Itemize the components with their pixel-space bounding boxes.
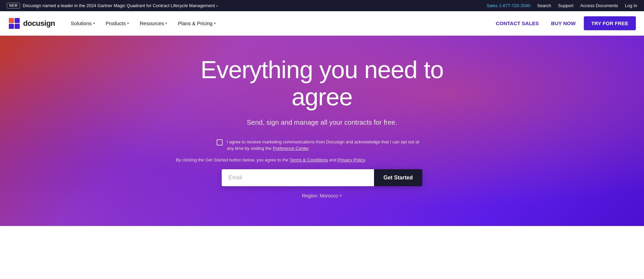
solutions-chevron-icon: ▾	[93, 21, 95, 25]
region-text: Region: Morocco	[302, 193, 338, 198]
svg-rect-3	[9, 24, 14, 29]
region-selector[interactable]: Region: Morocco ∨	[169, 193, 475, 198]
banner-right: Sales 1-877-720-2040 Search Support Acce…	[487, 3, 637, 8]
support-link[interactable]: Support	[558, 3, 574, 8]
terms-conditions-link[interactable]: Terms & Conditions	[290, 157, 328, 162]
terms-text: By clicking the Get Started button below…	[169, 157, 373, 162]
banner-announcement-link[interactable]: Docusign named a leader in the 2024 Gart…	[23, 3, 218, 8]
hero-section: Everything you need to agree Send, sign …	[0, 36, 644, 226]
preference-center-link[interactable]: Preference Center	[273, 146, 309, 151]
products-chevron-icon: ▾	[127, 21, 129, 25]
consent-row: I agree to receive marketing communicati…	[217, 139, 427, 152]
nav-resources[interactable]: Resources ▾	[135, 18, 172, 29]
banner-left: NEW Docusign named a leader in the 2024 …	[7, 3, 218, 8]
privacy-policy-link[interactable]: Privacy Policy	[338, 157, 365, 162]
banner-chevron: ›	[216, 3, 218, 8]
consent-text: I agree to receive marketing communicati…	[227, 139, 427, 152]
hero-content: Everything you need to agree Send, sign …	[169, 56, 475, 198]
search-link[interactable]: Search	[537, 3, 551, 8]
svg-rect-2	[15, 18, 20, 23]
email-input[interactable]	[222, 169, 374, 186]
access-documents-link[interactable]: Access Documents	[580, 3, 618, 8]
nav-actions: CONTACT SALES BUY NOW TRY FOR FREE	[492, 16, 636, 30]
svg-rect-1	[9, 18, 14, 23]
new-badge: NEW	[7, 3, 20, 8]
email-form: Get Started	[222, 169, 422, 186]
nav-plans-pricing[interactable]: Plans & Pricing ▾	[173, 18, 220, 29]
login-link[interactable]: Log In	[625, 3, 637, 8]
hero-subtitle: Send, sign and manage all your contracts…	[169, 119, 475, 126]
top-banner: NEW Docusign named a leader in the 2024 …	[0, 0, 644, 11]
consent-checkbox[interactable]	[217, 139, 223, 145]
phone-link[interactable]: Sales 1-877-720-2040	[487, 3, 530, 8]
buy-now-button[interactable]: BUY NOW	[547, 18, 580, 29]
contact-sales-button[interactable]: CONTACT SALES	[492, 18, 543, 29]
main-nav: docusign Solutions ▾ Products ▾ Resource…	[0, 11, 644, 36]
banner-announcement-text: Docusign named a leader in the 2024 Gart…	[23, 3, 215, 8]
svg-rect-4	[15, 24, 20, 29]
nav-links: Solutions ▾ Products ▾ Resources ▾ Plans…	[66, 18, 492, 29]
nav-solutions[interactable]: Solutions ▾	[66, 18, 100, 29]
resources-chevron-icon: ▾	[165, 21, 167, 25]
docusign-logo-icon	[8, 17, 20, 30]
try-for-free-button[interactable]: TRY FOR FREE	[584, 16, 636, 30]
hero-title: Everything you need to agree	[169, 56, 475, 110]
get-started-button[interactable]: Get Started	[374, 169, 422, 186]
plans-pricing-chevron-icon: ▾	[214, 21, 216, 25]
logo[interactable]: docusign	[8, 17, 55, 30]
logo-text: docusign	[23, 19, 55, 28]
region-chevron-icon: ∨	[339, 193, 342, 198]
nav-products[interactable]: Products ▾	[101, 18, 134, 29]
